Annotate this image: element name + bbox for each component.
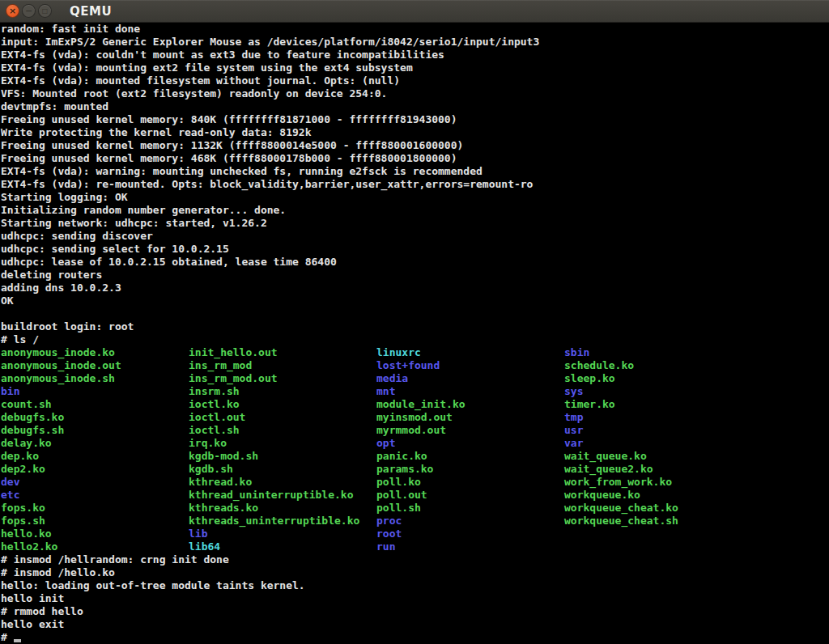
file-entry: debugfs.sh <box>1 424 189 437</box>
file-entry: media <box>376 372 564 385</box>
minimize-button[interactable]: − <box>22 4 36 18</box>
file-entry: poll.out <box>376 489 564 502</box>
console-line: EXT4-fs (vda): mounted filesystem withou… <box>1 74 829 87</box>
console-line: hello exit <box>1 618 829 631</box>
console-line: udhcpc: sending select for 10.0.2.15 <box>1 243 829 256</box>
console-line: random: fast init done <box>1 23 829 36</box>
file-entry: hello.ko <box>1 527 189 540</box>
ls-listing-row: bininsrm.shmntsys <box>1 385 829 398</box>
file-entry: bin <box>1 385 189 398</box>
console-line: buildroot login: root <box>1 320 829 333</box>
file-entry: hello2.ko <box>1 540 189 553</box>
file-entry: dep.ko <box>1 450 189 463</box>
file-entry: kgdb.sh <box>189 463 376 476</box>
console-line: udhcpc: lease of 10.0.2.15 obtained, lea… <box>1 256 829 269</box>
file-entry: delay.ko <box>1 437 189 450</box>
ls-listing-row: anonymous_inode.koinit_hello.outlinuxrcs… <box>1 346 829 359</box>
ls-listing-row: fops.shkthreads_uninterruptible.koprocwo… <box>1 515 829 527</box>
ls-listing-row: fops.kokthreads.kopoll.shworkqueue_cheat… <box>1 502 829 515</box>
console-line: Freeing unused kernel memory: 468K (ffff… <box>1 152 829 165</box>
file-entry: kthreads.ko <box>189 502 376 515</box>
file-entry: etc <box>1 489 189 502</box>
file-entry: kthread_uninterruptible.ko <box>189 489 376 502</box>
console-line: udhcpc: sending discover <box>1 230 829 243</box>
ls-listing-row: dep2.kokgdb.shparams.kowait_queue2.ko <box>1 463 829 476</box>
file-entry: usr <box>564 424 752 437</box>
file-entry: mnt <box>376 385 564 398</box>
file-entry: module_init.ko <box>376 398 564 411</box>
console-output: random: fast init doneinput: ImExPS/2 Ge… <box>1 23 829 644</box>
text-cursor <box>14 639 21 642</box>
console-line: Freeing unused kernel memory: 840K (ffff… <box>1 113 829 126</box>
ls-listing-row: delay.koirq.kooptvar <box>1 437 829 450</box>
prompt-line: # <box>1 631 829 644</box>
ls-listing-row: etckthread_uninterruptible.kopoll.outwor… <box>1 489 829 502</box>
file-entry: workqueue_cheat.sh <box>564 515 752 527</box>
console-line: # ls / <box>1 333 829 346</box>
file-entry: sleep.ko <box>564 372 752 385</box>
ls-listing-row: anonymous_inode.outins_rm_modlost+founds… <box>1 359 829 372</box>
console-line: VFS: Mounted root (ext2 filesystem) read… <box>1 87 829 100</box>
file-entry: debugfs.ko <box>1 411 189 424</box>
console-line: devtmpfs: mounted <box>1 100 829 113</box>
console-line <box>1 307 829 320</box>
file-entry: opt <box>376 437 564 450</box>
console-line: # insmod /hellrandom: crng init done <box>1 553 829 566</box>
file-entry: anonymous_inode.sh <box>1 372 189 385</box>
ls-listing-row: debugfs.shioctl.shmyrmmod.outusr <box>1 424 829 437</box>
ls-listing-row: devkthread.kopoll.kowork_from_work.ko <box>1 476 829 489</box>
file-entry: count.sh <box>1 398 189 411</box>
close-button[interactable]: × <box>6 4 19 18</box>
console-line: input: ImExPS/2 Generic Explorer Mouse a… <box>1 36 829 49</box>
file-entry: kthread.ko <box>189 476 376 489</box>
minimize-icon: − <box>25 6 32 15</box>
file-entry: kthreads_uninterruptible.ko <box>189 515 376 527</box>
console-line: EXT4-fs (vda): mounting ext2 file system… <box>1 61 829 74</box>
console-line: hello: loading out-of-tree module taints… <box>1 579 829 592</box>
console-line: EXT4-fs (vda): couldn't mount as ext3 du… <box>1 49 829 61</box>
maximize-button[interactable]: □ <box>38 4 52 18</box>
file-entry: poll.sh <box>376 502 564 515</box>
window-title: QEMU <box>70 4 112 19</box>
console-line: OK <box>1 294 829 307</box>
file-entry: workqueue_cheat.ko <box>564 502 752 515</box>
file-entry: proc <box>376 515 564 527</box>
file-entry: lib64 <box>189 540 376 553</box>
console-screen[interactable]: random: fast init doneinput: ImExPS/2 Ge… <box>0 23 829 644</box>
ls-listing-row: hello.kolibroot <box>1 527 829 540</box>
file-entry: linuxrc <box>376 346 564 359</box>
file-entry: ins_rm_mod.out <box>189 372 376 385</box>
file-entry: ioctl.out <box>189 411 376 424</box>
file-entry: anonymous_inode.ko <box>1 346 189 359</box>
file-entry: workqueue.ko <box>564 489 752 502</box>
console-line: adding dns 10.0.2.3 <box>1 282 829 294</box>
file-entry: dep2.ko <box>1 463 189 476</box>
console-line: hello init <box>1 592 829 605</box>
file-entry: schedule.ko <box>564 359 752 372</box>
file-entry: tmp <box>564 411 752 424</box>
ls-listing-row: debugfs.koioctl.outmyinsmod.outtmp <box>1 411 829 424</box>
file-entry: fops.sh <box>1 515 189 527</box>
file-entry: lost+found <box>376 359 564 372</box>
file-entry: sbin <box>564 346 752 359</box>
console-line: # rmmod hello <box>1 605 829 618</box>
file-entry: kgdb-mod.sh <box>189 450 376 463</box>
file-entry: myrmmod.out <box>376 424 564 437</box>
ls-listing-row: anonymous_inode.shins_rm_mod.outmediasle… <box>1 372 829 385</box>
file-entry: fops.ko <box>1 502 189 515</box>
file-entry: dev <box>1 476 189 489</box>
console-line: Freeing unused kernel memory: 1132K (fff… <box>1 139 829 152</box>
file-entry: panic.ko <box>376 450 564 463</box>
shell-prompt: # <box>1 631 14 643</box>
maximize-icon: □ <box>42 8 49 15</box>
file-entry: wait_queue.ko <box>564 450 752 463</box>
file-entry: sys <box>564 385 752 398</box>
file-entry: run <box>376 540 564 553</box>
file-entry: init_hello.out <box>189 346 376 359</box>
console-line: Starting logging: OK <box>1 191 829 204</box>
file-entry: insrm.sh <box>189 385 376 398</box>
titlebar: × − □ QEMU <box>0 0 829 23</box>
console-line: Write protecting the kernel read-only da… <box>1 126 829 139</box>
file-entry: root <box>376 527 564 540</box>
file-entry: var <box>564 437 752 450</box>
